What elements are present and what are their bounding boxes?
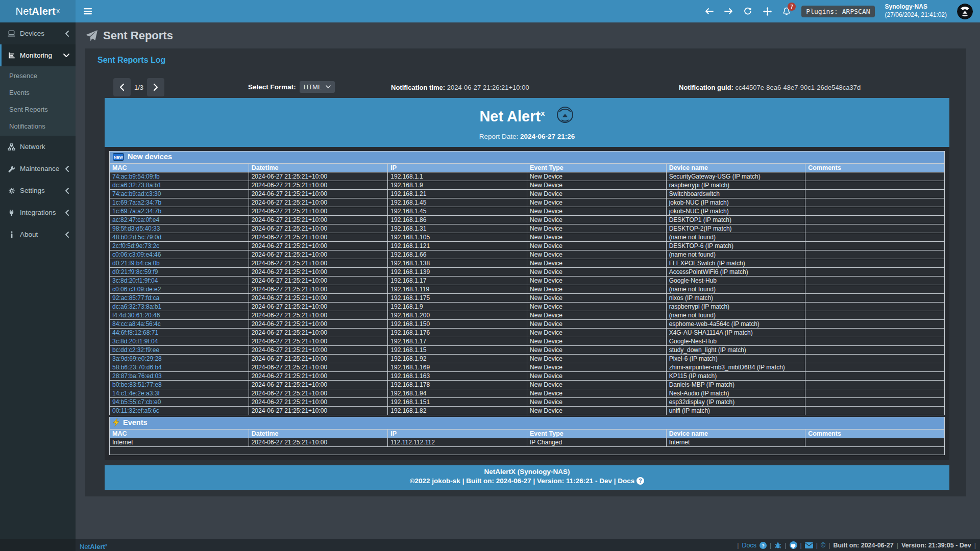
mac-cell[interactable]: 94:b5:55:c7:cb:e0: [110, 397, 249, 406]
sidebar-subitem-presence[interactable]: Presence: [0, 67, 76, 84]
cell: 2024-06-27 21:25:21+10:00: [249, 363, 388, 371]
mac-cell[interactable]: 1c:69:7a:a2:34:7b: [110, 207, 249, 215]
cell: [805, 207, 945, 215]
mac-cell[interactable]: 3a:9d:69:e0:29:28: [110, 354, 249, 363]
cell: 2024-06-27 21:25:21+10:00: [249, 276, 388, 285]
mac-cell[interactable]: 44:6f:f8:12:68:71: [110, 328, 249, 337]
sidebar-subitem-events[interactable]: Events: [0, 84, 76, 101]
cell: New Device: [527, 337, 666, 345]
docs-help-icon[interactable]: ?: [636, 477, 644, 486]
sidebar-subitem-notifications[interactable]: Notifications: [0, 118, 76, 135]
sent-reports-log-link[interactable]: Sent Reports Log: [97, 56, 165, 65]
arrow-left-icon: [705, 8, 714, 15]
mac-cell[interactable]: 92:ac:85:77:fd:ca: [110, 293, 249, 302]
cell: Google-Nest-Hub: [666, 337, 805, 345]
cell: New Device: [527, 354, 666, 363]
cell: [805, 215, 945, 224]
cell: [805, 354, 945, 363]
svg-text:?: ?: [762, 542, 765, 548]
mac-cell[interactable]: 1c:69:7a:a2:34:7b: [110, 198, 249, 207]
mac-cell[interactable]: 14:c1:4e:2e:a3:3f: [110, 389, 249, 397]
sidebar-item-settings[interactable]: Settings: [0, 180, 76, 202]
bug-report-icon[interactable]: [774, 542, 781, 549]
report-title: Net Alertx: [105, 104, 949, 129]
mac-cell[interactable]: bc:dd:c2:32:f9:ee: [110, 345, 249, 354]
table-row: c0:06:c3:09:de:e22024-06-27 21:25:21+10:…: [110, 285, 945, 293]
cell: 192.168.1.21: [388, 189, 527, 198]
mac-cell[interactable]: 00:11:32:ef:a5:6c: [110, 406, 249, 415]
copyright-icon[interactable]: ©: [821, 542, 825, 549]
cell: New Device: [527, 389, 666, 397]
footer-built-on: Built on: 2024-06-27: [834, 542, 894, 549]
laptop-icon: [8, 30, 15, 37]
mac-cell[interactable]: dc:a6:32:73:8a:b1: [110, 302, 249, 311]
cell: 192.168.1.1: [388, 172, 527, 181]
sidebar-item-monitoring[interactable]: Monitoring: [0, 44, 76, 66]
mac-cell: Internet: [110, 438, 249, 446]
mac-cell[interactable]: ac:82:47:ca:0f:e4: [110, 215, 249, 224]
mac-cell[interactable]: 3c:8d:20:f1:9f:04: [110, 337, 249, 345]
nav-back-button[interactable]: [704, 7, 714, 16]
footer-docs-link[interactable]: Docs: [742, 542, 756, 549]
mac-cell[interactable]: 28:87:ba:76:ed:03: [110, 371, 249, 380]
mac-cell[interactable]: 74:ac:b9:54:09:fb: [110, 172, 249, 181]
mac-cell[interactable]: 58:b6:23:70:d6:b4: [110, 363, 249, 371]
sidebar-item-maintenance[interactable]: Maintenance: [0, 158, 76, 180]
prev-report-button[interactable]: [113, 78, 131, 96]
cell: esphome-web-4a564c (IP match): [666, 319, 805, 328]
separator: |: [785, 542, 786, 549]
nav-move-button[interactable]: [763, 7, 772, 16]
mac-cell[interactable]: f4:4d:30:61:20:46: [110, 311, 249, 319]
user-avatar[interactable]: [957, 4, 973, 19]
sidebar-item-about[interactable]: About: [0, 223, 76, 245]
app-logo[interactable]: NetAlertX: [0, 0, 76, 22]
table-row: bc:dd:c2:32:f9:ee2024-06-27 21:25:21+10:…: [110, 345, 945, 354]
cell: New Device: [527, 302, 666, 311]
mac-cell[interactable]: c0:06:c3:09:de:e2: [110, 285, 249, 293]
table-row: ac:82:47:ca:0f:e42024-06-27 21:25:21+10:…: [110, 215, 945, 224]
cell: Switchboardswitch: [666, 189, 805, 198]
chevron-right-icon: [153, 83, 159, 91]
cell: 192.168.1.163: [388, 371, 527, 380]
sidebar-item-integrations[interactable]: Integrations: [0, 202, 76, 223]
format-select[interactable]: HTML: [300, 81, 335, 93]
column-header-row: MACDatetimeIPEvent TypeDevice nameCommen…: [110, 429, 945, 438]
mac-cell[interactable]: c0:06:c3:09:e4:46: [110, 250, 249, 259]
mac-cell[interactable]: 98:5f:d3:d5:40:33: [110, 224, 249, 233]
sidebar-item-label: Network: [20, 143, 45, 151]
email-icon[interactable]: [805, 542, 813, 548]
nav-refresh-button[interactable]: [743, 7, 752, 16]
report-footer-title: NetAlertX (Synology-NAS): [105, 468, 949, 475]
cell: 2024-06-27 21:25:21+10:00: [249, 241, 388, 250]
sidebar-item-devices[interactable]: Devices: [0, 22, 76, 44]
github-icon[interactable]: [790, 541, 797, 549]
table-row: 1c:69:7a:a2:34:7b2024-06-27 21:25:21+10:…: [110, 207, 945, 215]
cell: 2024-06-27 21:25:21+10:00: [249, 259, 388, 267]
cell: New Device: [527, 267, 666, 276]
mac-cell[interactable]: 74:ac:b9:ad:c3:30: [110, 189, 249, 198]
mac-cell[interactable]: 84:cc:a8:4a:56:4c: [110, 319, 249, 328]
cell: 192.168.1.121: [388, 241, 527, 250]
mac-cell[interactable]: d0:21:f9:b4:ca:0b: [110, 259, 249, 267]
mac-cell[interactable]: 2c:f0:5d:9e:73:2c: [110, 241, 249, 250]
arrow-right-icon: [724, 8, 733, 15]
mac-cell[interactable]: d0:21:f9:8c:59:f9: [110, 267, 249, 276]
cell: New Device: [527, 198, 666, 207]
mac-cell[interactable]: dc:a6:32:73:8a:b1: [110, 181, 249, 189]
notifications-bell-button[interactable]: 7: [782, 7, 791, 16]
cell: KP115 (IP match): [666, 371, 805, 380]
next-report-button[interactable]: [147, 78, 164, 96]
plug-icon: [8, 209, 15, 216]
footer-brand-link[interactable]: NetAlertx: [80, 539, 107, 551]
sidebar-item-network[interactable]: Network: [0, 136, 76, 158]
table-row: 1c:69:7a:a2:34:7b2024-06-27 21:25:21+10:…: [110, 198, 945, 207]
svg-text:NEW: NEW: [114, 155, 123, 160]
sidebar-subitem-sent-reports[interactable]: Sent Reports: [0, 101, 76, 118]
nav-forward-button[interactable]: [724, 7, 733, 16]
mac-cell[interactable]: 48:b0:2d:5c:79:0d: [110, 233, 249, 241]
docs-question-icon[interactable]: ?: [760, 542, 767, 549]
mac-cell[interactable]: 3c:8d:20:f1:9f:04: [110, 276, 249, 285]
refresh-icon: [744, 7, 752, 15]
mac-cell[interactable]: b0:be:83:51:77:e8: [110, 380, 249, 389]
sidebar-toggle-button[interactable]: [76, 0, 100, 22]
